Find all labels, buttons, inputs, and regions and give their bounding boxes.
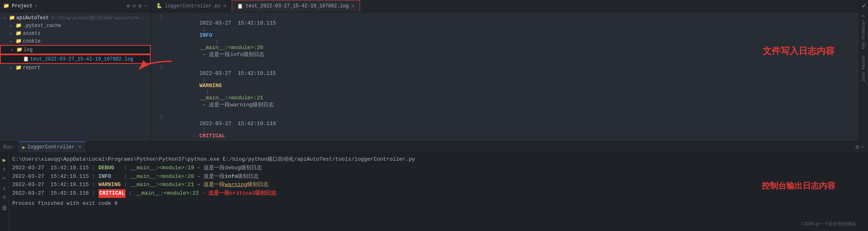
tree-arrow: ▾ (11, 47, 16, 52)
term-pipe: | (111, 173, 130, 181)
editor-line-1: 1 2022-03-27 15:42:19.115 | INFO | __mai… (151, 14, 859, 64)
terminal-line-info: 2022-03-27 15:42:19.115 | INFO | __main_… (12, 173, 865, 181)
sidebar: 📁 Project ▾ ⊕ ⇄ ⚙ — ▾ 📁 apiAutoTest E:\b… (0, 0, 151, 141)
sidebar-minimize-icon[interactable]: — (144, 2, 148, 9)
bottom-tab-close[interactable]: × (78, 144, 81, 150)
tree-arrow: ▾ (3, 16, 9, 20)
bottom-settings-icon[interactable]: ⚙ (855, 144, 859, 150)
terminal-line-warning: 2022-03-27 15:42:19.115 | WARNING | __ma… (12, 181, 865, 189)
term-level-warning: WARNING (98, 181, 121, 189)
tree-item-pytest-cache[interactable]: ▸ 📁 .pytest_cache (0, 22, 151, 29)
term-module: __main__:<module>:21 (130, 181, 194, 189)
tree-label-logfile: test_2022-03-27_15-42-19_107882.log (30, 56, 150, 62)
sidebar-swap-icon[interactable]: ⇄ (132, 2, 136, 9)
tree-item-cookie[interactable]: ▸ 📁 cookie (0, 37, 151, 45)
tab-loggerController[interactable]: 🐍 loggerController.py × (151, 0, 232, 12)
sidebar-title-area: 📁 Project ▾ (3, 3, 37, 9)
tab-close-loggerController[interactable]: × (223, 3, 226, 9)
line-number-1: 1 (151, 14, 168, 20)
bottom-panel: Run: ▶ loggerController × ⚙ — ▶ ⬇ ↩ ⬇ ≡ … (0, 141, 868, 231)
command-path: C:\Users\xiaoqq\AppData\Local\Programs\P… (12, 155, 415, 164)
term-pipe: | (89, 173, 98, 181)
term-pipe: | (125, 189, 135, 198)
rerun-button[interactable]: ↩ (1, 174, 8, 182)
tab-label-logfile: test_2022-03-27_15-42-19_107882.log (246, 3, 349, 9)
log-module: __main__:<module>:20 (199, 45, 263, 51)
term-level-info: INFO (98, 173, 111, 181)
bottom-content: ▶ ⬇ ↩ ⬇ ≡ 🗑 C:\Users\xiaoqq\AppData\Loca… (0, 153, 868, 231)
folder-icon: 📁 (3, 3, 9, 9)
tree-label-cookie: cookie (23, 38, 151, 44)
check-mark-icon: ✓ (862, 2, 866, 10)
tree-arrow: ▸ (10, 23, 16, 28)
bottom-tab-bar: Run: ▶ loggerController × ⚙ — (0, 141, 868, 153)
log-date: 2022-03-27 15:42:19.115 (199, 20, 276, 26)
term-pipe: | (121, 181, 130, 189)
editor-content: 1 2022-03-27 15:42:19.115 | INFO | __mai… (151, 12, 859, 141)
log-date: 2022-03-27 15:42:19.115 (199, 70, 276, 76)
tree-label-log: log (24, 47, 150, 53)
stop-button[interactable]: ⬇ (1, 165, 8, 173)
term-date: 2022-03-27 15:42:19.115 (12, 164, 89, 173)
tab-close-logfile[interactable]: × (351, 3, 354, 9)
delete-button[interactable]: 🗑 (1, 204, 8, 212)
tree-item-apiAutoTest[interactable]: ▾ 📁 apiAutoTest E:\blog\python接口自动化\apiA… (0, 14, 151, 22)
term-date: 2022-03-27 15:42:19.115 (12, 181, 89, 189)
sidebar-item-json-parser[interactable]: Json Parser (861, 52, 867, 84)
term-pipe: | (89, 181, 98, 189)
log-text: – 这是一段warning级别日志 (199, 102, 274, 108)
watermark: CSDN @一个处女座的测试 (801, 220, 856, 228)
sidebar-dropdown-icon[interactable]: ▾ (35, 4, 37, 9)
log-pipe: | (199, 139, 209, 141)
term-date: 2022-03-27 15:42:19.116 (12, 189, 89, 198)
editor-tab-bar: 🐍 loggerController.py × 📋 test_2022-03-2… (151, 0, 859, 12)
term-module: __main__:<module>:22 (135, 189, 199, 198)
tree-item-logfile[interactable]: 📋 test_2022-03-27_15-42-19_107882.log (0, 54, 151, 64)
editor-line-3: 3 2022-03-27 15:42:19.116 | CRITICAL | _… (151, 114, 859, 141)
term-module: __main__:<module>:20 (130, 173, 194, 181)
term-module: __main__:<module>:19 (130, 164, 194, 173)
tree-label-report: report (23, 65, 151, 71)
sidebar-tree: ▾ 📁 apiAutoTest E:\blog\python接口自动化\apiA… (0, 12, 151, 141)
line-content-1: 2022-03-27 15:42:19.115 | INFO | __main_… (168, 14, 859, 64)
tab-logfile[interactable]: 📋 test_2022-03-27_15-42-19_107882.log × (232, 0, 360, 12)
sidebar-item-key-promoter[interactable]: Key Promoter X (861, 12, 867, 52)
sidebar-settings-icon[interactable]: ⚙ (138, 2, 141, 9)
term-text: – 这是一段info级别日志 (194, 173, 259, 181)
folder-icon: 📁 (16, 38, 23, 44)
bottom-tabs: Run: ▶ loggerController × (3, 141, 86, 153)
bottom-minimize-icon[interactable]: — (861, 144, 865, 150)
align-button[interactable]: ≡ (1, 194, 8, 201)
bottom-tab-loggerController[interactable]: ▶ loggerController × (18, 141, 86, 153)
log-pipe: | (199, 38, 222, 45)
tree-item-log[interactable]: ▾ 📁 log (0, 45, 151, 54)
log-date: 2022-03-27 15:42:19.116 (199, 121, 276, 127)
log-pipe: | (199, 89, 212, 95)
log-pipe: | (199, 26, 209, 32)
process-finished-message: Process finished with exit code 0 (12, 200, 865, 208)
folder-icon: 📁 (16, 22, 23, 29)
log-text: – 这是一段info级别日志 (199, 52, 264, 58)
term-text: – 这是一段debug级别日志 (194, 164, 262, 173)
log-module: __main__:<module>:21 (199, 95, 263, 101)
sidebar-add-icon[interactable]: ⊕ (126, 2, 130, 9)
folder-open-icon: 📁 (16, 47, 24, 53)
tree-item-report[interactable]: ▸ 📁 report (0, 64, 151, 72)
log-level-warning: WARNING (199, 83, 222, 89)
terminal-command-line: C:\Users\xiaoqq\AppData\Local\Programs\P… (12, 155, 865, 164)
terminal-line-critical: 2022-03-27 15:42:19.116 | CRITICAL | __m… (12, 189, 865, 198)
tree-item-assets[interactable]: ▸ 📁 assets (0, 29, 151, 37)
log-pipe: | (199, 76, 209, 83)
folder-icon: 📁 (16, 65, 23, 71)
tree-label-pytest-cache: .pytest_cache (23, 23, 151, 29)
run-button[interactable]: ▶ (1, 156, 8, 164)
term-level-debug: DEBUG (98, 164, 114, 173)
sidebar-header-icons: ⊕ ⇄ ⚙ — (126, 2, 148, 9)
scroll-button[interactable]: ⬇ (1, 185, 8, 192)
right-sidebar: ✓ Key Promoter X Json Parser (859, 0, 868, 141)
line-content-3: 2022-03-27 15:42:19.116 | CRITICAL | __m… (168, 114, 859, 141)
terminal-line-debug: 2022-03-27 15:42:19.115 | DEBUG | __main… (12, 164, 865, 173)
editor-line-2: 2 2022-03-27 15:42:19.115 | WARNING | __… (151, 64, 859, 114)
terminal-output: C:\Users\xiaoqq\AppData\Local\Programs\P… (9, 155, 868, 229)
tree-label-assets: assets (23, 31, 151, 36)
